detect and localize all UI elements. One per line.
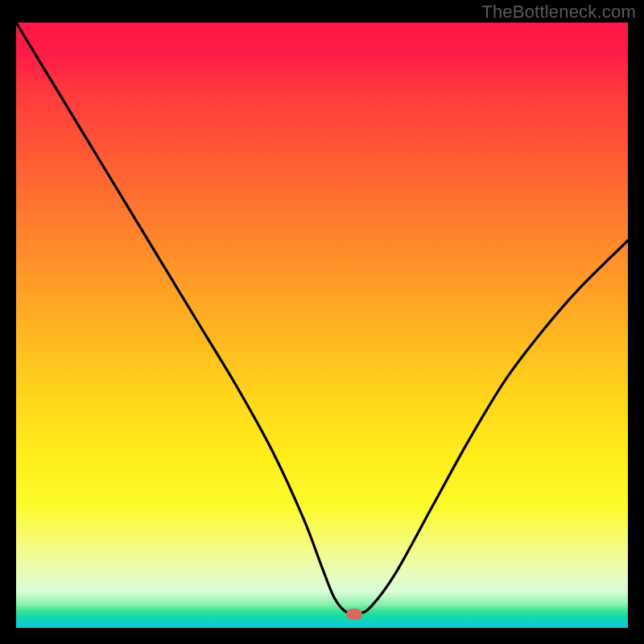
plot-area [16,23,628,628]
minimum-marker [346,609,362,620]
chart-frame: TheBottleneck.com [0,0,644,644]
curve-path [16,23,628,614]
watermark-text: TheBottleneck.com [481,2,636,23]
bottleneck-curve [16,23,628,628]
